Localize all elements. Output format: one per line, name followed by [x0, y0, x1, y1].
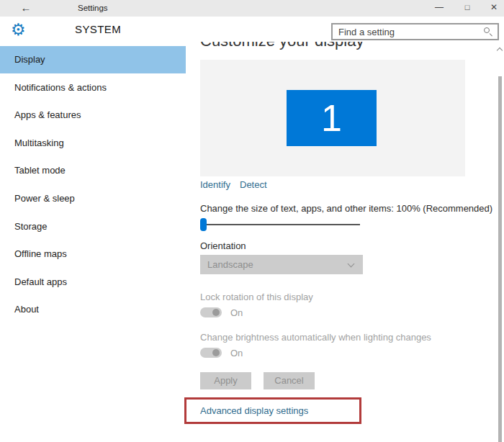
cancel-button[interactable]: Cancel — [264, 372, 315, 389]
header: ⚙ SYSTEM — [0, 17, 504, 42]
monitor-number: 1 — [321, 99, 342, 137]
minimize-icon: — — [435, 2, 444, 12]
minimize-button[interactable]: — — [428, 0, 450, 17]
back-icon: ← — [21, 1, 32, 14]
search-box[interactable] — [331, 23, 499, 40]
sidebar-item-default-apps[interactable]: Default apps — [0, 269, 186, 296]
brightness-label: Change brightness automatically when lig… — [200, 332, 431, 343]
orientation-label: Orientation — [200, 240, 246, 251]
sidebar-item-storage[interactable]: Storage — [0, 213, 186, 240]
toggle-knob — [212, 309, 220, 316]
close-button[interactable]: ✕ — [483, 0, 504, 17]
size-slider-track[interactable] — [200, 224, 360, 225]
chevron-down-icon — [348, 261, 355, 268]
detect-link[interactable]: Detect — [240, 179, 267, 190]
section-heading: Customize your display — [200, 42, 438, 50]
monitor-1-graphic[interactable]: 1 — [287, 90, 377, 146]
sidebar: Display Notifications & actions Apps & f… — [0, 42, 186, 442]
titlebar: ← Settings — □ ✕ — [0, 0, 504, 17]
orientation-dropdown[interactable]: Landscape — [200, 255, 363, 274]
scroll-up-icon[interactable] — [497, 48, 503, 53]
apply-button[interactable]: Apply — [200, 372, 251, 389]
gear-icon: ⚙ — [11, 19, 26, 40]
toggle-knob — [212, 349, 220, 356]
sidebar-item-power-sleep[interactable]: Power & sleep — [0, 185, 186, 212]
settings-window: ← Settings — □ ✕ ⚙ SYSTEM Display Notifi… — [0, 0, 504, 442]
scrollbar-thumb[interactable] — [498, 76, 502, 442]
display-preview-panel: 1 — [200, 60, 465, 176]
page-title: SYSTEM — [75, 23, 121, 35]
window-title: Settings — [78, 0, 108, 17]
sidebar-item-tablet-mode[interactable]: Tablet mode — [0, 157, 186, 184]
lock-rotation-toggle[interactable] — [200, 307, 222, 317]
orientation-value: Landscape — [207, 259, 253, 270]
sidebar-item-offline-maps[interactable]: Offline maps — [0, 240, 186, 268]
lock-rotation-state: On — [230, 307, 243, 318]
sidebar-item-multitasking[interactable]: Multitasking — [0, 130, 186, 157]
sidebar-item-notifications[interactable]: Notifications & actions — [0, 74, 186, 102]
identify-link[interactable]: Identify — [200, 179, 230, 190]
section-heading-clipped: Customize your display — [200, 42, 438, 53]
size-label: Change the size of text, apps, and other… — [200, 203, 492, 214]
maximize-button[interactable]: □ — [456, 0, 478, 17]
brightness-toggle[interactable] — [200, 348, 222, 358]
search-input[interactable] — [333, 24, 480, 39]
maximize-icon: □ — [465, 3, 470, 12]
size-slider-thumb[interactable] — [200, 218, 207, 231]
close-icon: ✕ — [490, 2, 498, 12]
sidebar-item-apps[interactable]: Apps & features — [0, 102, 186, 129]
advanced-display-settings-link[interactable]: Advanced display settings — [200, 405, 308, 416]
sidebar-item-about[interactable]: About — [0, 296, 186, 323]
brightness-state: On — [230, 348, 243, 358]
back-button[interactable]: ← — [16, 0, 36, 17]
lock-rotation-label: Lock rotation of this display — [200, 292, 313, 302]
search-icon[interactable] — [484, 27, 492, 36]
sidebar-item-display[interactable]: Display — [0, 46, 186, 73]
